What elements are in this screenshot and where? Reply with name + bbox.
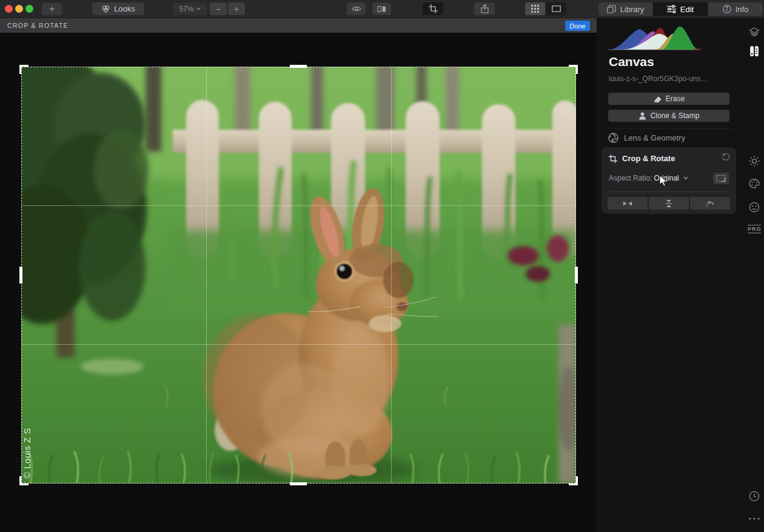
crop-selection-border bbox=[21, 67, 576, 484]
flip-vertical-button[interactable] bbox=[649, 197, 689, 210]
enter-crop-button[interactable] bbox=[713, 173, 729, 184]
crop-icon bbox=[609, 155, 617, 163]
panel-divider bbox=[605, 128, 734, 129]
compare-split-icon bbox=[377, 5, 386, 13]
histogram bbox=[605, 21, 709, 52]
flip-horizontal-button[interactable] bbox=[608, 197, 648, 210]
reset-icon[interactable] bbox=[722, 153, 730, 161]
tab-library[interactable]: Library bbox=[598, 2, 652, 16]
crop-rotate-header[interactable]: Crop & Rotate bbox=[609, 154, 675, 163]
edit-panel: Canvas louis-z-s-_QRor5GK3po-uns... Eras… bbox=[597, 18, 745, 532]
minus-icon: − bbox=[216, 4, 221, 14]
add-photos-button[interactable]: + bbox=[42, 3, 62, 15]
aperture-icon bbox=[608, 133, 618, 143]
tab-edit-label: Edit bbox=[680, 5, 694, 14]
zoom-window-button[interactable] bbox=[25, 5, 33, 13]
edit-sliders-icon bbox=[667, 5, 676, 13]
lens-geometry-label: Lens & Geometry bbox=[624, 133, 685, 142]
crop-handle-left[interactable] bbox=[19, 267, 22, 284]
crop-handle-right[interactable] bbox=[575, 267, 578, 284]
zoom-level-dropdown[interactable]: 57% bbox=[173, 2, 207, 15]
watermark: © Louis Z S bbox=[22, 428, 32, 479]
more-options-button[interactable] bbox=[749, 517, 760, 520]
photo-crop-region[interactable]: © Louis Z S bbox=[21, 67, 576, 484]
crop-handle-bottom-right[interactable] bbox=[569, 476, 578, 485]
crop-mode-bar: CROP & ROTATE Done bbox=[0, 18, 597, 33]
top-toolbar: + Looks 57% − + bbox=[0, 0, 764, 18]
tab-info[interactable]: Info bbox=[708, 2, 763, 16]
canvas-tools-icon bbox=[749, 45, 759, 57]
tab-info-label: Info bbox=[736, 5, 749, 14]
history-button[interactable] bbox=[749, 491, 760, 502]
lens-geometry-section[interactable]: Lens & Geometry bbox=[608, 132, 685, 143]
chevron-down-icon bbox=[196, 7, 201, 10]
mouse-cursor bbox=[659, 175, 668, 187]
flip-vertical-icon bbox=[665, 199, 673, 208]
crop-tool-button[interactable] bbox=[423, 2, 443, 15]
smiley-face-icon bbox=[749, 202, 760, 213]
panel-divider bbox=[609, 191, 729, 192]
zoom-level-value: 57% bbox=[179, 5, 193, 13]
ellipsis-icon bbox=[749, 517, 760, 520]
canvas-tools-button[interactable] bbox=[749, 45, 760, 57]
crop-handle-top[interactable] bbox=[290, 65, 307, 68]
looks-icon bbox=[101, 5, 110, 13]
layers-button[interactable] bbox=[749, 27, 760, 37]
crop-handle-top-right[interactable] bbox=[569, 65, 578, 74]
plus-icon: + bbox=[234, 4, 239, 14]
chevron-down-icon bbox=[683, 176, 688, 180]
crop-rotate-title: Crop & Rotate bbox=[622, 154, 675, 163]
looks-label: Looks bbox=[114, 4, 135, 13]
window-controls bbox=[5, 5, 33, 13]
library-icon bbox=[607, 5, 616, 13]
crop-handle-bottom[interactable] bbox=[290, 482, 307, 485]
close-window-button[interactable] bbox=[5, 5, 13, 13]
looks-button[interactable]: Looks bbox=[92, 2, 144, 15]
grid-icon bbox=[531, 5, 539, 13]
info-icon bbox=[723, 5, 731, 13]
done-button[interactable]: Done bbox=[565, 21, 590, 31]
layers-icon bbox=[749, 27, 760, 37]
eye-icon bbox=[352, 5, 361, 12]
sun-icon bbox=[749, 156, 760, 167]
aspect-ratio-control[interactable]: Aspect Ratio: Original bbox=[609, 174, 688, 182]
tool-rail: PRO bbox=[745, 18, 764, 532]
tab-library-label: Library bbox=[620, 5, 645, 14]
clone-stamp-label: Clone & Stamp bbox=[651, 111, 700, 120]
export-share-button[interactable] bbox=[474, 2, 495, 15]
done-label: Done bbox=[569, 22, 585, 30]
tab-edit[interactable]: Edit bbox=[653, 2, 708, 16]
crop-mode-title: CROP & ROTATE bbox=[7, 18, 69, 33]
flip-horizontal-icon bbox=[623, 200, 632, 207]
rotate-button[interactable] bbox=[690, 197, 730, 210]
single-view-icon bbox=[552, 5, 561, 12]
crop-icon bbox=[429, 4, 438, 13]
share-icon bbox=[481, 4, 489, 13]
erase-label: Erase bbox=[666, 95, 685, 103]
eraser-icon bbox=[653, 95, 662, 103]
crop-frame-icon bbox=[716, 175, 726, 182]
clone-stamp-icon bbox=[638, 112, 646, 120]
erase-button[interactable]: Erase bbox=[608, 93, 729, 105]
palette-icon bbox=[749, 179, 760, 188]
quick-preview-button[interactable] bbox=[347, 2, 366, 15]
aspect-ratio-label: Aspect Ratio: bbox=[609, 174, 652, 182]
gallery-view-button[interactable] bbox=[525, 2, 545, 15]
pro-tools-button[interactable]: PRO bbox=[748, 225, 761, 233]
essentials-button[interactable] bbox=[749, 156, 760, 167]
panel-title: Canvas bbox=[609, 55, 654, 69]
portrait-button[interactable] bbox=[749, 202, 760, 213]
compare-before-after-button[interactable] bbox=[372, 2, 391, 15]
crop-rotate-panel: Crop & Rotate Aspect Ratio: Original bbox=[601, 147, 736, 214]
single-image-view-button[interactable] bbox=[546, 2, 566, 15]
crop-handle-top-left[interactable] bbox=[19, 65, 28, 74]
photo-filename: louis-z-s-_QRor5GK3po-uns... bbox=[609, 75, 706, 83]
zoom-out-button[interactable]: − bbox=[210, 2, 227, 15]
minimize-window-button[interactable] bbox=[15, 5, 23, 13]
creative-button[interactable] bbox=[749, 179, 760, 188]
clone-stamp-button[interactable]: Clone & Stamp bbox=[608, 110, 729, 122]
plus-icon: + bbox=[49, 4, 55, 15]
rotate-icon bbox=[706, 199, 715, 208]
zoom-in-button[interactable]: + bbox=[228, 2, 245, 15]
clock-icon bbox=[749, 491, 760, 502]
